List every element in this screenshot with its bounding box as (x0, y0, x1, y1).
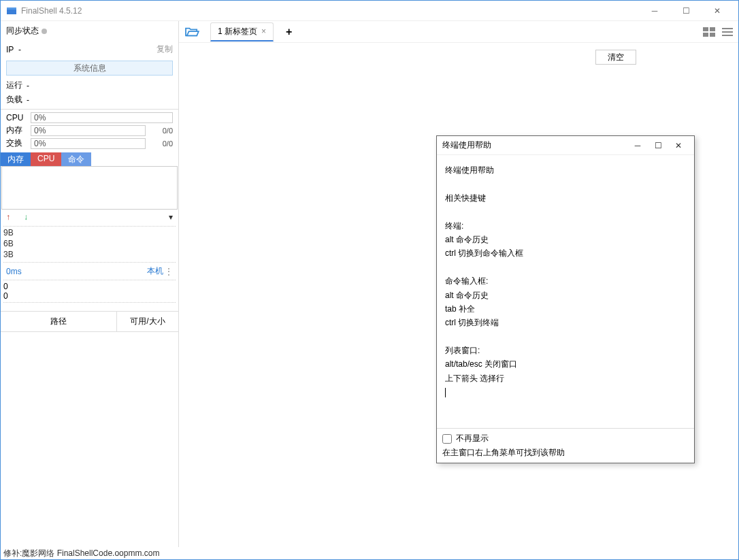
view-icons (703, 27, 733, 37)
disk-header: 路径 可用/大小 (1, 311, 178, 332)
running-value: - (27, 81, 173, 90)
svg-rect-7 (722, 31, 733, 33)
app-icon (6, 5, 17, 16)
svg-rect-6 (722, 28, 733, 29)
net-label-2: 3B (3, 250, 176, 261)
text-cursor (445, 388, 446, 397)
svg-rect-8 (722, 35, 733, 36)
no-show-text: 不再显示 (456, 433, 489, 444)
status-bar: 修补:魔影网络 FinalShellCode.oopmm.com (1, 547, 738, 559)
ping-zero-2: 0 (3, 291, 176, 301)
dialog-title: 终端使用帮助 (442, 139, 491, 151)
swap-value: 0% (34, 139, 46, 148)
tab-label: 1 新标签页 (218, 26, 257, 37)
dialog-minimize-button[interactable]: ─ (627, 141, 648, 150)
titlebar: FinalShell 4.5.12 ─ ☐ ✕ (1, 1, 738, 21)
ip-value: - (18, 45, 21, 54)
close-button[interactable]: ✕ (702, 1, 733, 21)
ping-ms: 0ms (6, 267, 22, 276)
help-line: alt 命令历史 (445, 289, 686, 302)
ip-label: IP (6, 45, 14, 54)
load-row: 负载 - (1, 93, 178, 107)
help-line: alt 命令历史 (445, 233, 686, 246)
swap-numbers: 0/0 (150, 139, 173, 148)
load-label: 负载 (6, 94, 27, 105)
content-area: 1 新标签页 × + 清空 终端使用帮助 ─ ☐ ✕ 终端使用帮助 相关快捷键 (179, 21, 738, 547)
sidebar: 同步状态 IP - 复制 系统信息 运行 - 负载 - CPU 0% 内存 0%… (1, 21, 179, 547)
list-view-icon[interactable] (722, 27, 733, 37)
system-info-button[interactable]: 系统信息 (6, 61, 173, 76)
svg-rect-4 (703, 33, 708, 37)
dialog-footer-note: 在主窗口右上角菜单可找到该帮助 (442, 447, 689, 459)
tab-cmd[interactable]: 命令 (61, 152, 91, 166)
dialog-titlebar[interactable]: 终端使用帮助 ─ ☐ ✕ (437, 136, 694, 155)
status-dot-icon (42, 29, 47, 34)
disk-header-size[interactable]: 可用/大小 (117, 312, 178, 331)
tab-new[interactable]: 1 新标签页 × (210, 22, 274, 42)
help-line: alt/tab/esc 关闭窗口 (445, 357, 686, 371)
dialog-body: 终端使用帮助 相关快捷键 终端: alt 命令历史 ctrl 切换到命令输入框 … (437, 155, 694, 428)
dialog-maximize-button[interactable]: ☐ (648, 141, 668, 150)
chart-area (1, 166, 178, 210)
tab-close-icon[interactable]: × (261, 27, 266, 36)
swap-metric: 交换 0% 0/0 (1, 137, 178, 150)
help-dialog: 终端使用帮助 ─ ☐ ✕ 终端使用帮助 相关快捷键 终端: alt 命令历史 c… (436, 135, 695, 463)
cpu-metric: CPU 0% (1, 112, 178, 124)
cpu-bar: 0% (31, 112, 173, 123)
add-tab-button[interactable]: + (286, 26, 292, 38)
ping-host[interactable]: 本机 (147, 265, 163, 277)
help-line: ctrl 切换到终端 (445, 316, 686, 329)
svg-rect-1 (7, 7, 16, 10)
svg-rect-5 (710, 33, 715, 37)
sync-status-label: 同步状态 (6, 25, 39, 37)
net-label-0: 9B (3, 228, 176, 239)
dialog-footer: 不再显示 在主窗口右上角菜单可找到该帮助 (437, 428, 694, 463)
caret-down-icon[interactable]: ▾ (169, 212, 173, 222)
net-row: ↑ ↓ ▾ (1, 210, 178, 225)
ping-zeros: 0 0 (3, 280, 176, 303)
mem-metric: 内存 0% 0/0 (1, 124, 178, 137)
swap-bar: 0% (31, 138, 146, 149)
help-line: 列表窗口: (445, 344, 686, 357)
upload-arrow-icon: ↑ (6, 212, 10, 222)
copy-button[interactable]: 复制 (157, 44, 173, 55)
running-row: 运行 - (1, 78, 178, 93)
help-line: 相关快捷键 (445, 191, 686, 205)
net-y-labels: 9B 6B 3B (3, 226, 176, 263)
no-show-checkbox[interactable] (442, 434, 452, 444)
help-line: 上下箭头 选择行 (445, 372, 686, 385)
app-title: FinalShell 4.5.12 (21, 6, 82, 16)
footer-text: 修补:魔影网络 FinalShellCode.oopmm.com (3, 548, 159, 559)
help-line: ctrl 切换到命令输入框 (445, 246, 686, 260)
mem-label: 内存 (6, 125, 27, 136)
mem-value: 0% (34, 126, 46, 135)
help-line: tab 补全 (445, 302, 686, 316)
clear-button[interactable]: 清空 (595, 50, 636, 65)
cpu-value: 0% (34, 113, 46, 122)
minimize-button[interactable]: ─ (639, 1, 670, 21)
tab-cpu[interactable]: CPU (31, 152, 61, 166)
disk-header-path[interactable]: 路径 (1, 312, 117, 331)
help-line: 终端使用帮助 (445, 163, 686, 177)
svg-rect-2 (703, 27, 708, 31)
mini-tabs: 内存 CPU 命令 (1, 152, 178, 166)
sync-status-row: 同步状态 (1, 21, 178, 41)
download-arrow-icon: ↓ (24, 212, 28, 222)
grid-view-icon[interactable] (703, 27, 715, 37)
help-line: 命令输入框: (445, 274, 686, 288)
ping-row: 0ms 本机 ⋮ (1, 264, 178, 278)
dialog-close-button[interactable]: ✕ (668, 141, 689, 150)
svg-rect-3 (710, 27, 715, 31)
window-controls: ─ ☐ ✕ (639, 1, 733, 21)
ping-more-icon[interactable]: ⋮ (165, 267, 173, 276)
open-folder-icon[interactable] (184, 26, 199, 38)
load-value: - (27, 95, 173, 105)
no-show-checkbox-label[interactable]: 不再显示 (442, 433, 689, 444)
ping-zero-1: 0 (3, 282, 176, 291)
mem-bar: 0% (31, 125, 146, 136)
maximize-button[interactable]: ☐ (670, 1, 702, 21)
tab-mem[interactable]: 内存 (1, 152, 31, 166)
help-line: 终端: (445, 219, 686, 233)
ip-row: IP - 复制 (1, 41, 178, 58)
net-label-1: 6B (3, 239, 176, 250)
